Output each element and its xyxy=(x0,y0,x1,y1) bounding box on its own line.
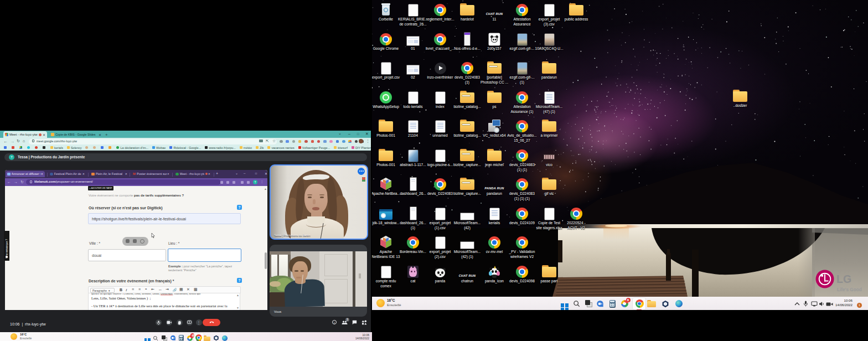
svg-text:Life's Good: Life's Good xyxy=(837,287,862,292)
svg-text:LG: LG xyxy=(836,273,851,285)
